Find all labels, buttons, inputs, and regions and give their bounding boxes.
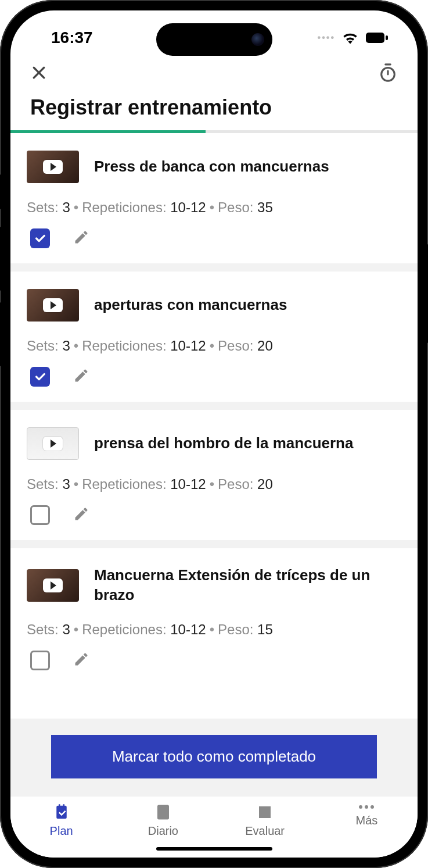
tab-plan[interactable]: Plan — [10, 803, 112, 838]
exercise-meta: Sets: 3•Repeticiones: 10-12•Peso: 35 — [27, 199, 401, 216]
home-indicator — [10, 840, 418, 858]
svg-rect-0 — [366, 33, 384, 43]
exercise-card: prensa del hombro de la mancuerna Sets: … — [10, 410, 418, 548]
exercise-list: Press de banca con mancuernas Sets: 3•Re… — [10, 133, 418, 719]
timer-button[interactable] — [378, 63, 398, 83]
edit-exercise-button[interactable] — [73, 229, 89, 248]
edit-exercise-button[interactable] — [73, 506, 89, 524]
exercise-video-thumbnail[interactable] — [27, 427, 79, 460]
plan-icon — [53, 803, 70, 821]
tab-label: Evaluar — [245, 824, 285, 838]
exercise-complete-checkbox[interactable] — [30, 505, 50, 525]
diario-icon — [154, 803, 172, 821]
close-button[interactable] — [30, 64, 48, 81]
status-time: 16:37 — [51, 28, 93, 47]
exercise-name: Press de banca con mancuernas — [94, 157, 329, 177]
exercise-name: Mancuerna Extensión de tríceps de un bra… — [94, 566, 401, 605]
tab-diario[interactable]: Diario — [112, 803, 214, 838]
edit-exercise-button[interactable] — [73, 651, 89, 670]
svg-point-3 — [359, 805, 362, 809]
exercise-card: Mancuerna Extensión de tríceps de un bra… — [10, 548, 418, 685]
evaluar-icon — [256, 803, 274, 821]
wifi-icon — [342, 31, 358, 44]
exercise-complete-checkbox[interactable] — [30, 228, 50, 248]
exercise-name: aperturas con mancuernas — [94, 295, 287, 315]
svg-point-4 — [365, 805, 368, 809]
exercise-meta: Sets: 3•Repeticiones: 10-12•Peso: 20 — [27, 338, 401, 354]
tab-label: Más — [355, 814, 377, 827]
exercise-video-thumbnail[interactable] — [27, 289, 79, 322]
exercise-meta: Sets: 3•Repeticiones: 10-12•Peso: 15 — [27, 621, 401, 638]
tab-mas[interactable]: Más — [316, 803, 418, 838]
exercise-card: Press de banca con mancuernas Sets: 3•Re… — [10, 133, 418, 272]
progress-bar — [10, 130, 418, 133]
exercise-name: prensa del hombro de la mancuerna — [94, 434, 353, 453]
bottom-tabbar: PlanDiarioEvaluarMás — [10, 796, 418, 840]
exercise-video-thumbnail[interactable] — [27, 569, 79, 602]
exercise-complete-checkbox[interactable] — [30, 651, 50, 670]
tab-label: Diario — [148, 824, 178, 838]
mas-icon — [358, 803, 375, 810]
exercise-card: aperturas con mancuernas Sets: 3•Repetic… — [10, 272, 418, 410]
svg-point-5 — [371, 805, 374, 809]
battery-icon — [365, 32, 389, 44]
tab-evaluar[interactable]: Evaluar — [214, 803, 316, 838]
edit-exercise-button[interactable] — [73, 367, 89, 386]
exercise-meta: Sets: 3•Repeticiones: 10-12•Peso: 20 — [27, 476, 401, 492]
exercise-complete-checkbox[interactable] — [30, 367, 50, 387]
exercise-video-thumbnail[interactable] — [27, 151, 79, 183]
page-title: Registrar entrenamiento — [10, 87, 418, 130]
mark-all-complete-button[interactable]: Marcar todo como completado — [51, 735, 377, 778]
svg-rect-1 — [386, 35, 388, 40]
tab-label: Plan — [50, 824, 73, 838]
cellular-dots-icon: •••• — [318, 33, 335, 43]
